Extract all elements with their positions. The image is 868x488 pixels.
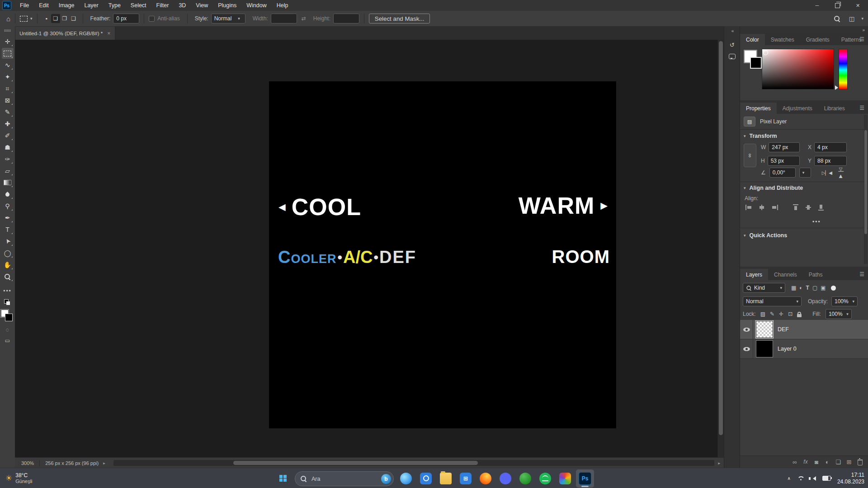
- align-middle-vertical-icon[interactable]: [805, 204, 812, 211]
- crop-tool[interactable]: ⌗: [2, 83, 14, 94]
- tool-preset-marquee[interactable]: ▾: [20, 16, 33, 22]
- quick-mask-icon[interactable]: ◌: [3, 325, 13, 334]
- history-brush-tool[interactable]: ✑: [2, 154, 14, 164]
- zoom-tool[interactable]: [2, 271, 14, 282]
- battery-icon[interactable]: [822, 476, 831, 481]
- scroll-right-arrow-icon[interactable]: ▸: [718, 461, 720, 465]
- panel-menu-icon[interactable]: ☰: [859, 105, 865, 111]
- layer-group-icon[interactable]: ❏: [833, 457, 843, 467]
- menu-image[interactable]: Image: [54, 0, 80, 11]
- tab-channels[interactable]: Channels: [768, 269, 803, 280]
- swap-width-height-icon[interactable]: ⇄: [302, 15, 306, 22]
- foreground-background-swatches[interactable]: [2, 309, 14, 321]
- align-right-icon[interactable]: [771, 204, 778, 211]
- edit-toolbar-icon[interactable]: •••: [3, 286, 13, 296]
- status-popup-chevron-icon[interactable]: ▸: [103, 461, 105, 465]
- screen-mode-icon[interactable]: ▭: [3, 336, 13, 345]
- align-center-horizontal-icon[interactable]: [758, 204, 765, 211]
- taskbar-app-edge[interactable]: [397, 469, 415, 488]
- panel-menu-icon[interactable]: ☰: [859, 271, 865, 277]
- taskbar-app-microsoft-store[interactable]: ⊞: [457, 469, 475, 488]
- bing-icon[interactable]: b: [381, 474, 391, 484]
- rectangular-marquee-tool[interactable]: [2, 48, 14, 59]
- lock-all-icon[interactable]: [797, 314, 802, 317]
- properties-scrollbar-thumb[interactable]: [864, 130, 867, 234]
- visibility-cell[interactable]: [740, 320, 753, 339]
- panel-menu-icon[interactable]: ☰: [859, 36, 865, 42]
- opacity-input[interactable]: 100%▾: [831, 296, 858, 306]
- taskbar-app-xbox[interactable]: [516, 469, 534, 488]
- path-selection-tool[interactable]: ➤: [2, 236, 14, 247]
- default-colors-icon[interactable]: [4, 299, 11, 305]
- eyedropper-tool[interactable]: ✎: [2, 107, 14, 117]
- pen-tool[interactable]: ✒: [2, 212, 14, 223]
- rotation-chevron[interactable]: ▾: [799, 168, 811, 178]
- vertical-scrollbar-thumb[interactable]: [719, 41, 723, 435]
- feather-input[interactable]: 0 px: [113, 14, 139, 23]
- taskbar-search[interactable]: b: [295, 471, 394, 486]
- layer-effects-icon[interactable]: fx: [801, 457, 811, 467]
- tab-libraries[interactable]: Libraries: [818, 103, 851, 114]
- flip-horizontal-icon[interactable]: ▷▏◀: [822, 170, 832, 175]
- filter-pixel-layers-icon[interactable]: ▦: [791, 285, 796, 291]
- weather-widget[interactable]: ☀ 38°C Güneşli: [5, 472, 33, 484]
- background-color-swatch[interactable]: [5, 314, 13, 321]
- collapse-dock-chevron-icon[interactable]: »: [862, 28, 864, 33]
- intersect-selection-mode[interactable]: ❑: [69, 14, 78, 23]
- expand-dock-chevron-icon[interactable]: «: [724, 28, 740, 33]
- align-left-icon[interactable]: [745, 204, 753, 211]
- align-more-icon[interactable]: •••: [812, 219, 821, 225]
- tab-paths[interactable]: Paths: [803, 269, 829, 280]
- taskbar-app-camera[interactable]: [417, 469, 435, 488]
- align-top-icon[interactable]: [793, 204, 800, 211]
- search-input[interactable]: [311, 475, 377, 483]
- speaker-icon[interactable]: [811, 476, 816, 481]
- menu-view[interactable]: View: [191, 0, 213, 11]
- home-icon[interactable]: ⌂: [6, 15, 10, 23]
- add-selection-mode[interactable]: ❏: [51, 14, 60, 23]
- link-layers-icon[interactable]: ∞: [790, 457, 800, 467]
- hue-slider[interactable]: [839, 49, 848, 89]
- menu-3d[interactable]: 3D: [174, 0, 191, 11]
- horizontal-scrollbar-thumb[interactable]: [233, 461, 478, 465]
- history-panel-icon[interactable]: ↺: [726, 40, 738, 50]
- tab-swatches[interactable]: Swatches: [765, 34, 800, 45]
- document-tab[interactable]: Untitled-1 @ 300% (DEF, RGB/8#) * ×: [15, 27, 115, 40]
- fill-input[interactable]: 100%▾: [826, 309, 852, 319]
- taskbar-app-photos[interactable]: [556, 469, 574, 488]
- dodge-tool[interactable]: ⚲: [2, 201, 14, 211]
- layer-mask-icon[interactable]: ◙: [811, 457, 821, 467]
- photoshop-logo-icon[interactable]: Ps: [2, 1, 11, 10]
- taskbar-app-discord[interactable]: [496, 469, 514, 488]
- menu-layer[interactable]: Layer: [79, 0, 103, 11]
- object-selection-tool[interactable]: ✦: [2, 71, 14, 82]
- type-tool[interactable]: T: [2, 224, 14, 235]
- adjustment-layer-icon[interactable]: ◐: [822, 457, 832, 467]
- tab-color[interactable]: Color: [740, 34, 765, 45]
- properties-scrollbar[interactable]: [864, 115, 868, 264]
- menu-plugins[interactable]: Plugins: [213, 0, 241, 11]
- horizontal-scrollbar[interactable]: [113, 460, 715, 466]
- lock-artboard-icon[interactable]: ⊡: [788, 311, 793, 317]
- transform-section-header[interactable]: ▾ Transform: [744, 133, 777, 139]
- layer-row-layer-0[interactable]: Layer 0: [740, 339, 868, 359]
- restore-button[interactable]: [827, 0, 848, 11]
- filter-type-layers-icon[interactable]: T: [806, 285, 809, 291]
- subtract-selection-mode[interactable]: ❐: [60, 14, 69, 23]
- lock-position-icon[interactable]: ✛: [779, 311, 783, 317]
- menu-edit[interactable]: Edit: [34, 0, 54, 11]
- filter-kind-select[interactable]: Kind ▾: [743, 283, 785, 293]
- rotation-input[interactable]: 0,00°: [769, 168, 796, 178]
- menu-select[interactable]: Select: [126, 0, 151, 11]
- lock-image-pixels-icon[interactable]: ✎: [770, 311, 774, 317]
- close-document-icon[interactable]: ×: [107, 30, 110, 37]
- filter-adjustment-layers-icon[interactable]: ◐: [799, 285, 802, 291]
- filter-toggle-icon[interactable]: [831, 286, 836, 291]
- menu-type[interactable]: Type: [104, 0, 126, 11]
- color-panel-swatches[interactable]: [744, 50, 762, 70]
- taskbar-app-photoshop[interactable]: Ps: [576, 469, 594, 488]
- menu-help[interactable]: Help: [272, 0, 293, 11]
- new-selection-mode[interactable]: ▪: [42, 14, 51, 23]
- search-icon[interactable]: [834, 16, 840, 22]
- height-input[interactable]: [333, 14, 359, 23]
